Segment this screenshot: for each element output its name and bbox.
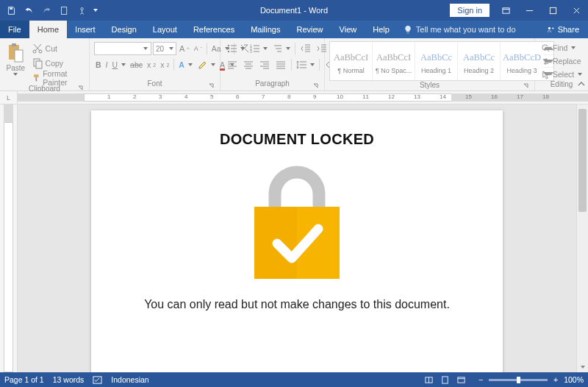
zoom-control: − + 100% [477, 375, 584, 384]
ribbon-display-options-icon[interactable] [494, 0, 517, 21]
select-button[interactable]: Select [539, 68, 584, 80]
print-layout-button[interactable] [437, 374, 452, 386]
outdent-icon [300, 43, 312, 54]
group-editing-label: Editing [551, 80, 573, 88]
align-center-icon [243, 59, 254, 71]
zoom-out-button[interactable]: − [477, 375, 484, 384]
numbering-button[interactable]: 123 [248, 42, 269, 55]
copy-button[interactable]: Copy [30, 57, 85, 70]
style-label: Heading 2 [464, 67, 494, 74]
text-effects-button[interactable]: A [177, 58, 194, 71]
scroll-down-button[interactable] [577, 362, 588, 372]
status-words[interactable]: 13 words [53, 375, 85, 384]
share-button[interactable]: Share [538, 21, 588, 38]
cut-button[interactable]: Cut [30, 42, 85, 55]
scroll-thumb[interactable] [578, 109, 587, 212]
justify-button[interactable] [273, 58, 288, 71]
replace-icon [541, 57, 551, 66]
collapse-ribbon-button[interactable] [577, 80, 586, 89]
highlight-button[interactable] [196, 58, 217, 71]
tab-selector[interactable]: L [0, 91, 18, 104]
new-doc-icon[interactable] [56, 2, 72, 18]
scissors-icon [32, 43, 43, 54]
bullets-button[interactable] [225, 42, 246, 55]
replace-button[interactable]: Replace [539, 55, 583, 67]
tab-layout[interactable]: Layout [145, 21, 185, 38]
maximize-button[interactable] [541, 0, 564, 21]
svg-text:3: 3 [250, 49, 252, 54]
underline-button[interactable]: U [111, 58, 128, 71]
tab-mailings[interactable]: Mailings [243, 21, 288, 38]
subscript-button[interactable]: x2 [146, 58, 157, 71]
replace-label: Replace [553, 57, 581, 65]
styles-dialog-launcher[interactable] [523, 82, 530, 90]
read-mode-button[interactable] [421, 374, 436, 386]
tab-references[interactable]: References [185, 21, 243, 38]
multilevel-list-button[interactable] [270, 42, 292, 55]
styles-gallery[interactable]: AaBbCcI¶ Normal AaBbCcI¶ No Spac... AaBb… [329, 41, 554, 81]
grow-font-button[interactable]: A^ [178, 42, 191, 55]
tell-me-search[interactable]: Tell me what you want to do [398, 21, 522, 38]
zoom-in-button[interactable]: + [552, 375, 559, 384]
format-painter-button[interactable]: Format Painter [30, 71, 85, 85]
tab-help[interactable]: Help [365, 21, 398, 38]
style-no-spacing[interactable]: AaBbCcI¶ No Spac... [373, 42, 415, 80]
line-spacing-button[interactable] [295, 58, 316, 71]
align-center-button[interactable] [241, 58, 256, 71]
undo-icon[interactable] [21, 2, 37, 18]
align-left-button[interactable] [225, 58, 240, 71]
tab-design[interactable]: Design [104, 21, 145, 38]
app-name: Word [309, 6, 328, 15]
paragraph-dialog-launcher[interactable] [312, 82, 320, 90]
chevron-down-icon [169, 47, 173, 50]
style-label: ¶ No Spac... [376, 67, 412, 74]
tab-insert[interactable]: Insert [67, 21, 104, 38]
style-normal[interactable]: AaBbCcI¶ Normal [330, 42, 373, 80]
svg-rect-0 [10, 7, 12, 9]
style-heading-1[interactable]: AaBbCcHeading 1 [415, 42, 458, 80]
autosave-icon[interactable] [3, 2, 19, 18]
zoom-slider[interactable] [489, 379, 548, 381]
paste-button[interactable]: Paste [4, 40, 27, 76]
tab-review[interactable]: Review [289, 21, 331, 38]
tab-home[interactable]: Home [29, 21, 67, 38]
svg-rect-4 [550, 7, 556, 13]
ruler-vertical[interactable] [0, 104, 18, 372]
minimize-button[interactable] [517, 0, 541, 21]
touch-mode-icon[interactable] [74, 2, 90, 18]
superscript-button[interactable]: x2 [159, 58, 171, 71]
page: DOCUMENT LOCKED You can only read but no… [91, 110, 503, 372]
web-layout-button[interactable] [453, 374, 468, 386]
group-paragraph: 123 AZ ¶ Paragraph [220, 38, 325, 90]
tell-me-label: Tell me what you want to do [416, 25, 516, 34]
tab-file[interactable]: File [0, 21, 29, 38]
ruler-horizontal[interactable]: L 12 34 56 78 910 1112 1314 1516 1718 [0, 91, 588, 104]
sign-in-button[interactable]: Sign in [450, 4, 490, 17]
style-heading-2[interactable]: AaBbCcHeading 2 [458, 42, 501, 80]
ruler-strip: 12 34 56 78 910 1112 1314 1516 1718 [18, 91, 588, 104]
strike-button[interactable]: abc [129, 58, 144, 71]
find-label: Find [553, 43, 567, 52]
align-right-button[interactable] [257, 58, 272, 71]
zoom-value[interactable]: 100% [564, 375, 584, 384]
proofing-icon[interactable] [93, 375, 102, 385]
status-page[interactable]: Page 1 of 1 [4, 375, 44, 384]
redo-icon[interactable] [38, 2, 54, 18]
font-dialog-launcher[interactable] [208, 82, 215, 90]
chevron-down-icon [578, 73, 582, 76]
qat-customize-icon[interactable] [91, 2, 100, 18]
tab-view[interactable]: View [331, 21, 365, 38]
group-font-label: Font [147, 79, 162, 88]
vertical-scrollbar[interactable] [576, 104, 588, 372]
decrease-indent-button[interactable] [298, 42, 313, 55]
font-name-combo[interactable] [94, 42, 151, 55]
svg-rect-12 [36, 61, 42, 68]
font-size-combo[interactable]: 20 [153, 42, 176, 55]
close-button[interactable] [564, 0, 588, 21]
italic-button[interactable]: I [104, 58, 110, 71]
status-language[interactable]: Indonesian [111, 375, 148, 384]
zoom-slider-thumb[interactable] [517, 377, 520, 383]
shrink-font-button[interactable]: Aˇ [193, 42, 204, 55]
document-viewport[interactable]: DOCUMENT LOCKED You can only read but no… [18, 104, 576, 372]
bold-button[interactable]: B [94, 58, 103, 71]
